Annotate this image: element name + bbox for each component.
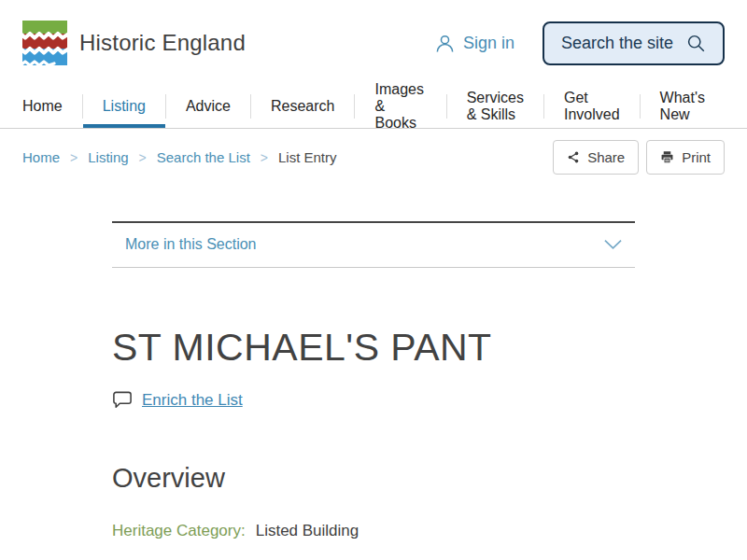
main-navigation: Home Listing Advice Research Images & Bo… — [0, 84, 747, 129]
chevron-down-icon — [604, 239, 622, 250]
print-icon — [660, 150, 674, 164]
breadcrumb-home[interactable]: Home — [22, 149, 60, 165]
print-button[interactable]: Print — [646, 140, 725, 175]
speech-bubble-icon — [112, 391, 133, 410]
search-icon — [686, 34, 706, 53]
site-header: Historic England Sign in Search the site — [0, 0, 747, 84]
list-entry-content: More in this Section ST MICHAEL'S PANT E… — [112, 221, 635, 560]
page-title: ST MICHAEL'S PANT — [112, 326, 635, 370]
breadcrumb: Home > Listing > Search the List > List … — [22, 149, 337, 165]
breadcrumb-search-the-list[interactable]: Search the List — [157, 149, 250, 165]
heritage-category-label: Heritage Category: — [112, 522, 246, 540]
heritage-category-row: Heritage Category: Listed Building — [112, 522, 635, 540]
user-icon — [434, 33, 456, 54]
chevron-right-icon: > — [70, 150, 78, 165]
nav-item-advice[interactable]: Advice — [166, 84, 250, 128]
chevron-right-icon: > — [139, 150, 147, 165]
share-label: Share — [587, 149, 625, 165]
logo-wordmark: Historic England — [79, 30, 246, 56]
enrich-the-list-row: Enrich the List — [112, 391, 635, 410]
print-label: Print — [682, 149, 711, 165]
nav-item-whats-new[interactable]: What's New — [641, 84, 725, 128]
page-actions: Share Print — [553, 140, 725, 175]
breadcrumb-listing[interactable]: Listing — [88, 149, 128, 165]
nav-item-services-skills[interactable]: Services & Skills — [447, 84, 543, 128]
historic-england-waves-icon — [22, 21, 67, 65]
nav-item-research[interactable]: Research — [251, 84, 354, 128]
sign-in-link[interactable]: Sign in — [434, 33, 514, 54]
breadcrumb-current: List Entry — [278, 149, 337, 165]
search-site-button[interactable]: Search the site — [543, 21, 725, 65]
nav-item-home[interactable]: Home — [22, 84, 82, 128]
nav-item-images-books[interactable]: Images & Books — [355, 84, 445, 128]
breadcrumb-row: Home > Listing > Search the List > List … — [0, 129, 747, 186]
heritage-category-value: Listed Building — [256, 522, 359, 540]
share-icon — [567, 150, 580, 164]
enrich-the-list-link[interactable]: Enrich the List — [142, 391, 243, 410]
share-button[interactable]: Share — [553, 140, 639, 175]
more-in-section-label: More in this Section — [125, 236, 257, 253]
chevron-right-icon: > — [261, 150, 268, 165]
overview-heading: Overview — [112, 463, 635, 494]
more-in-section-dropdown[interactable]: More in this Section — [112, 221, 635, 268]
historic-england-logo[interactable]: Historic England — [22, 21, 246, 65]
header-actions: Sign in Search the site — [434, 21, 725, 65]
search-site-label: Search the site — [561, 34, 673, 53]
nav-item-listing[interactable]: Listing — [83, 84, 165, 128]
nav-item-get-involved[interactable]: Get Involved — [544, 84, 640, 128]
sign-in-label: Sign in — [463, 34, 514, 53]
